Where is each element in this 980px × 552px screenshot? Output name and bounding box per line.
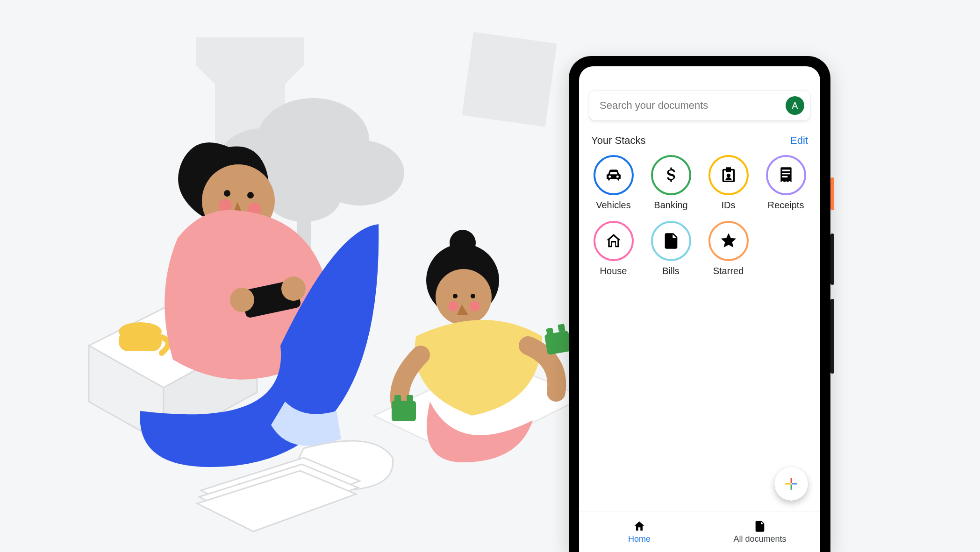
home-icon [633, 520, 646, 533]
stack-bills[interactable]: Bills [646, 221, 696, 276]
svg-rect-31 [407, 395, 413, 403]
svg-rect-34 [558, 324, 565, 332]
svg-rect-30 [394, 395, 401, 403]
svg-rect-29 [392, 401, 416, 421]
svg-marker-20 [374, 360, 575, 458]
stacks-heading: Your Stacks [591, 134, 646, 147]
nav-all-documents[interactable]: All documents [700, 511, 820, 552]
phone-volume-button [830, 234, 834, 285]
svg-marker-28 [457, 304, 468, 315]
house-icon [594, 221, 634, 261]
star-icon [708, 221, 749, 261]
svg-point-19 [281, 276, 306, 301]
app-screen: A Your Stacks Edit VehiclesBankingIDsRec… [579, 66, 820, 552]
svg-rect-10 [119, 331, 162, 351]
stacks-grid: VehiclesBankingIDsReceiptsHouseBillsStar… [579, 151, 820, 276]
svg-rect-0 [462, 32, 557, 127]
svg-marker-35 [201, 458, 360, 518]
svg-point-24 [448, 301, 458, 311]
bill-icon [651, 221, 691, 261]
stack-label: Receipts [768, 200, 804, 211]
bottom-nav: HomeAll documents [579, 511, 820, 552]
account-avatar[interactable]: A [786, 96, 804, 115]
nav-label: All documents [733, 534, 786, 544]
svg-marker-7 [89, 346, 164, 444]
svg-rect-32 [544, 331, 572, 355]
stack-ids[interactable]: IDs [703, 155, 753, 211]
nav-home[interactable]: Home [579, 511, 700, 552]
stack-label: IDs [722, 200, 736, 211]
svg-point-23 [436, 269, 492, 325]
svg-rect-41 [792, 483, 797, 485]
id-badge-icon [708, 155, 749, 195]
hero-illustration [61, 19, 575, 532]
svg-rect-38 [791, 478, 792, 483]
stack-label: Vehicles [596, 200, 631, 211]
svg-point-18 [230, 288, 254, 312]
svg-point-21 [450, 230, 476, 256]
svg-point-22 [426, 244, 499, 317]
search-input[interactable] [600, 99, 779, 112]
svg-marker-6 [89, 299, 257, 388]
svg-point-9 [119, 322, 162, 341]
stack-label: Banking [654, 200, 687, 211]
phone-frame: A Your Stacks Edit VehiclesBankingIDsRec… [569, 56, 830, 552]
svg-point-12 [219, 199, 232, 212]
phone-power-button [830, 177, 834, 210]
car-icon [594, 155, 634, 195]
svg-marker-37 [197, 471, 356, 531]
svg-marker-36 [199, 464, 358, 525]
stack-label: Starred [713, 266, 744, 276]
svg-point-11 [202, 164, 275, 237]
svg-marker-16 [232, 202, 244, 218]
svg-rect-39 [791, 484, 792, 489]
svg-point-4 [266, 170, 341, 222]
svg-marker-8 [164, 336, 257, 444]
add-fab[interactable] [774, 467, 808, 501]
stack-starred[interactable]: Starred [703, 221, 753, 276]
stack-label: House [600, 266, 627, 276]
svg-point-1 [257, 98, 369, 182]
stack-receipts[interactable]: Receipts [761, 155, 811, 211]
search-bar[interactable]: A [589, 91, 810, 120]
phone-volume-button [830, 299, 834, 374]
stack-house[interactable]: House [588, 221, 638, 276]
dollar-icon [651, 155, 691, 195]
receipt-icon [766, 155, 806, 195]
svg-rect-17 [241, 279, 301, 318]
svg-point-13 [248, 203, 261, 216]
svg-point-15 [247, 192, 254, 198]
nav-label: Home [628, 534, 651, 544]
svg-rect-40 [785, 483, 790, 485]
stack-banking[interactable]: Banking [646, 155, 696, 211]
stack-label: Bills [662, 266, 680, 276]
svg-point-26 [453, 294, 458, 298]
stack-vehicles[interactable]: Vehicles [588, 155, 638, 211]
svg-rect-5 [297, 205, 311, 266]
svg-point-25 [470, 301, 480, 311]
plus-icon [783, 476, 799, 492]
document-icon [753, 520, 766, 533]
svg-point-2 [217, 128, 306, 198]
svg-point-27 [471, 294, 475, 298]
svg-rect-33 [546, 328, 554, 336]
edit-button[interactable]: Edit [790, 134, 808, 147]
svg-point-3 [315, 140, 404, 205]
svg-point-14 [224, 190, 230, 197]
